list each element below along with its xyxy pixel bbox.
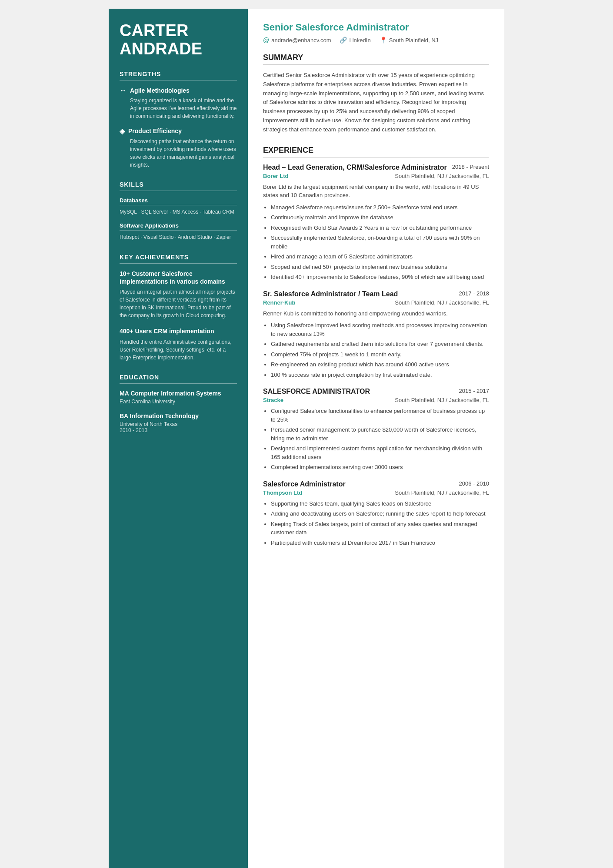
achievement-desc-2: Handled the entire Administrative config…: [120, 338, 237, 362]
bullet-item: Gathered requirements and crafted them i…: [271, 340, 489, 349]
exp-title-3: SALESFORCE ADMINISTRATOR: [263, 388, 455, 395]
exp-sub-2: Renner-Kub South Plainfield, NJ / Jackso…: [263, 299, 489, 306]
exp-years-4: 2006 - 2010: [459, 480, 489, 487]
skill-software: Software Applications Hubspot · Visual S…: [120, 222, 237, 241]
contact-linkedin[interactable]: 🔗 LinkedIn: [340, 37, 370, 44]
exp-location-4: South Plainfield, NJ / Jacksonville, FL: [395, 489, 489, 496]
strength-desc-agile: Staying organized is a knack of mine and…: [120, 97, 237, 120]
exp-job-1: Head – Lead Generation, CRM/Salesforce A…: [263, 164, 489, 282]
sidebar: CARTER ANDRADE STRENGTHS ↔ Agile Methodo…: [109, 9, 248, 868]
bullet-item: Completed 75% of projects 1 week to 1 mo…: [271, 350, 489, 359]
summary-title: SUMMARY: [263, 53, 489, 65]
bullet-item: Hired and manage a team of 5 Salesforce …: [271, 252, 489, 261]
strength-title-product: ◈ Product Efficiency: [120, 127, 237, 135]
strength-desc-product: Discovering paths that enhance the retur…: [120, 137, 237, 169]
strength-title-agile: ↔ Agile Methodologies: [120, 87, 237, 94]
bullet-item: Recognised with Gold Star Awards 2 Years…: [271, 224, 489, 232]
exp-location-2: South Plainfield, NJ / Jacksonville, FL: [395, 299, 489, 306]
exp-sub-4: Thompson Ltd South Plainfield, NJ / Jack…: [263, 489, 489, 496]
education-section: EDUCATION MA Computer Information System…: [120, 374, 237, 433]
exp-header-1: Head – Lead Generation, CRM/Salesforce A…: [263, 164, 489, 171]
exp-job-3: SALESFORCE ADMINISTRATOR 2015 - 2017 Str…: [263, 388, 489, 472]
bullet-item: Identified 40+ improvements to Salesforc…: [271, 273, 489, 282]
skills-section: SKILLS Databases MySQL · SQL Server · MS…: [120, 181, 237, 241]
strengths-title: STRENGTHS: [120, 70, 237, 80]
bullet-item: Persuaded senior management to purchase …: [271, 426, 489, 442]
achievements-section: KEY ACHIEVEMENTS 10+ Customer Salesforce…: [120, 254, 237, 362]
exp-bullets-3: Configured Salesforce functionalities to…: [263, 407, 489, 472]
resume-container: CARTER ANDRADE STRENGTHS ↔ Agile Methodo…: [109, 9, 504, 868]
strength-item-agile: ↔ Agile Methodologies Staying organized …: [120, 87, 237, 120]
bullet-item: Keeping Track of Sales targets, point of…: [271, 520, 489, 537]
exp-years-3: 2015 - 2017: [459, 388, 489, 394]
edu-item-ba: BA Information Technology University of …: [120, 412, 237, 433]
achievements-title: KEY ACHIEVEMENTS: [120, 254, 237, 264]
agile-icon: ↔: [120, 87, 127, 94]
exp-title-4: Salesforce Administrator: [263, 480, 455, 488]
exp-bullets-2: Using Salesforce improved lead scoring m…: [263, 321, 489, 379]
bullet-item: Supporting the Sales team, qualifying Sa…: [271, 499, 489, 508]
edu-degree-ba: BA Information Technology: [120, 412, 237, 419]
skill-category-name-sw: Software Applications: [120, 222, 237, 231]
bullet-item: Managed Salesforce requests/issues for 2…: [271, 203, 489, 212]
bullet-item: Adding and deactivating users on Salesfo…: [271, 509, 489, 518]
exp-desc-1: Borer Ltd is the largest equipment renta…: [263, 183, 489, 200]
strengths-section: STRENGTHS ↔ Agile Methodologies Staying …: [120, 70, 237, 169]
exp-desc-2: Renner-Kub is committed to honoring and …: [263, 309, 489, 318]
name-block: CARTER ANDRADE: [120, 22, 237, 58]
contact-row: @ andrade@enhancv.com 🔗 LinkedIn 📍 South…: [263, 37, 489, 44]
exp-company-1: Borer Ltd: [263, 173, 289, 179]
candidate-name: CARTER ANDRADE: [120, 22, 237, 58]
exp-years-2: 2017 - 2018: [459, 290, 489, 297]
exp-sub-3: Stracke South Plainfield, NJ / Jacksonvi…: [263, 397, 489, 403]
strength-item-product: ◈ Product Efficiency Discovering paths t…: [120, 127, 237, 169]
exp-years-1: 2018 - Present: [452, 164, 489, 170]
summary-text: Certified Senior Salesforce Administrato…: [263, 71, 489, 134]
bullet-item: Completed implementations serving over 3…: [271, 463, 489, 472]
edu-degree-ma: MA Computer Information Systems: [120, 390, 237, 397]
email-icon: @: [263, 37, 269, 44]
exp-title-2: Sr. Salesforce Administrator / Team Lead: [263, 290, 455, 298]
bullet-item: Successfully implemented Salesforce, on-…: [271, 234, 489, 251]
contact-location: 📍 South Plainfield, NJ: [380, 37, 438, 44]
exp-location-3: South Plainfield, NJ / Jacksonville, FL: [395, 397, 489, 403]
exp-header-2: Sr. Salesforce Administrator / Team Lead…: [263, 290, 489, 298]
bullet-item: Re-engineered an existing product which …: [271, 360, 489, 369]
exp-job-2: Sr. Salesforce Administrator / Team Lead…: [263, 290, 489, 379]
edu-school-ba: University of North Texas: [120, 421, 237, 427]
exp-location-1: South Plainfield, NJ / Jacksonville, FL: [395, 173, 489, 179]
bullet-item: Designed and implemented custom forms ap…: [271, 444, 489, 461]
exp-company-3: Stracke: [263, 397, 283, 403]
exp-sub-1: Borer Ltd South Plainfield, NJ / Jackson…: [263, 173, 489, 179]
linkedin-icon: 🔗: [340, 37, 347, 44]
experience-section: EXPERIENCE Head – Lead Generation, CRM/S…: [263, 146, 489, 547]
contact-email: @ andrade@enhancv.com: [263, 37, 331, 44]
bullet-item: 100 % success rate in project completion…: [271, 371, 489, 379]
exp-bullets-1: Managed Salesforce requests/issues for 2…: [263, 203, 489, 282]
skill-databases: Databases MySQL · SQL Server · MS Access…: [120, 197, 237, 216]
bullet-item: Participated with customers at Dreamforc…: [271, 539, 489, 547]
exp-header-3: SALESFORCE ADMINISTRATOR 2015 - 2017: [263, 388, 489, 395]
achievement-item-1: 10+ Customer Salesforce implementations …: [120, 270, 237, 319]
edu-years-ba: 2010 - 2013: [120, 427, 237, 433]
experience-title: EXPERIENCE: [263, 146, 489, 158]
main-header: Senior Salesforce Administrator @ andrad…: [263, 22, 489, 44]
bullet-item: Continuously maintain and improve the da…: [271, 213, 489, 222]
skill-category-name-db: Databases: [120, 197, 237, 205]
exp-header-4: Salesforce Administrator 2006 - 2010: [263, 480, 489, 488]
achievement-desc-1: Played an integral part in almost all ma…: [120, 288, 237, 319]
exp-job-4: Salesforce Administrator 2006 - 2010 Tho…: [263, 480, 489, 547]
product-icon: ◈: [120, 127, 125, 135]
edu-item-ma: MA Computer Information Systems East Car…: [120, 390, 237, 405]
exp-company-4: Thompson Ltd: [263, 489, 302, 496]
main-job-title: Senior Salesforce Administrator: [263, 22, 489, 33]
exp-bullets-4: Supporting the Sales team, qualifying Sa…: [263, 499, 489, 547]
exp-title-1: Head – Lead Generation, CRM/Salesforce A…: [263, 164, 448, 171]
skills-title: SKILLS: [120, 181, 237, 191]
achievement-item-2: 400+ Users CRM implementation Handled th…: [120, 327, 237, 361]
edu-school-ma: East Carolina University: [120, 399, 237, 405]
main-content: Senior Salesforce Administrator @ andrad…: [248, 9, 504, 868]
bullet-item: Scoped and defined 50+ projects to imple…: [271, 263, 489, 271]
bullet-item: Configured Salesforce functionalities to…: [271, 407, 489, 424]
skill-tags-sw: Hubspot · Visual Studio · Android Studio…: [120, 233, 237, 241]
